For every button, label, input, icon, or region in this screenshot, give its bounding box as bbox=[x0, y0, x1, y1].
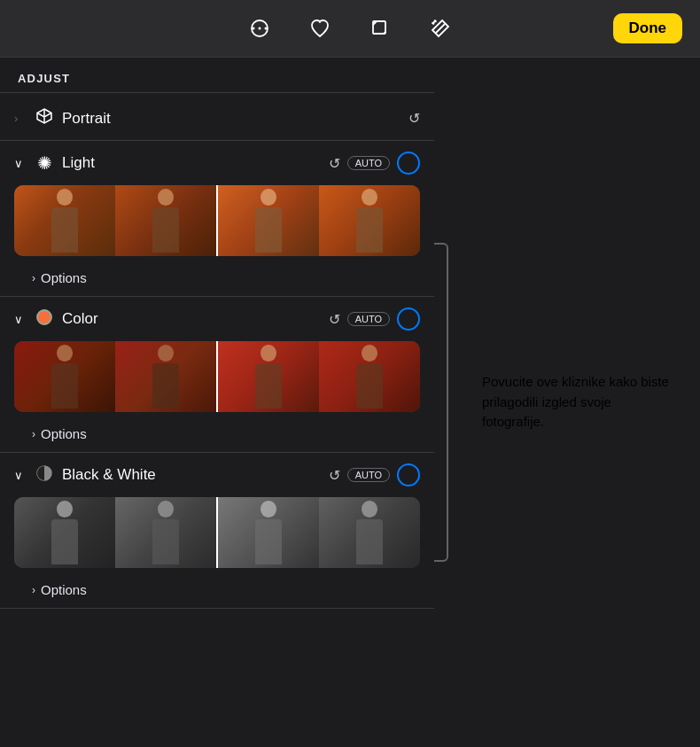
bw-image-strip[interactable] bbox=[14, 497, 420, 568]
bw-chevron[interactable]: ∨ bbox=[14, 469, 27, 482]
bracket-decoration bbox=[434, 243, 448, 562]
bw-undo-icon[interactable]: ↺ bbox=[329, 467, 340, 484]
crop-icon[interactable] bbox=[364, 12, 396, 44]
color-options-chevron: › bbox=[32, 428, 35, 440]
adjust-panel: ADJUST › Portrait ↺ ∨ bbox=[0, 58, 434, 747]
bw-options-chevron: › bbox=[32, 584, 35, 596]
bw-controls: ↺ AUTO bbox=[329, 463, 420, 486]
bw-options-label: Options bbox=[41, 582, 87, 597]
light-icon: ✺ bbox=[34, 152, 55, 174]
bw-strip-1[interactable] bbox=[14, 497, 115, 568]
light-image-strip[interactable] bbox=[14, 185, 420, 256]
portrait-controls: ↺ bbox=[408, 110, 420, 127]
color-undo-icon[interactable]: ↺ bbox=[329, 311, 340, 328]
light-strip-4[interactable] bbox=[319, 185, 420, 256]
bw-strip-3[interactable] bbox=[218, 497, 319, 568]
color-icon bbox=[34, 308, 55, 331]
color-title: Color bbox=[62, 310, 322, 328]
color-strip-divider bbox=[216, 341, 218, 412]
light-strip-3[interactable] bbox=[218, 185, 319, 256]
bw-section: ∨ Black & White ↺ AUTO bbox=[0, 453, 434, 609]
light-toggle[interactable] bbox=[397, 152, 420, 175]
magic-wand-icon[interactable] bbox=[424, 12, 456, 44]
bw-row[interactable]: ∨ Black & White ↺ AUTO bbox=[0, 453, 434, 497]
bw-strip-2[interactable] bbox=[115, 497, 216, 568]
color-controls: ↺ AUTO bbox=[329, 307, 420, 331]
color-options-label: Options bbox=[41, 426, 87, 441]
favorite-icon[interactable] bbox=[304, 12, 336, 44]
portrait-title: Portrait bbox=[62, 110, 401, 128]
bw-options[interactable]: › Options bbox=[0, 575, 434, 608]
color-auto-badge[interactable]: AUTO bbox=[347, 312, 390, 326]
color-strip-3[interactable] bbox=[218, 341, 319, 412]
portrait-row[interactable]: › Portrait ↺ bbox=[0, 97, 434, 140]
light-strip-2[interactable] bbox=[115, 185, 216, 256]
color-strip-2[interactable] bbox=[115, 341, 216, 412]
color-section: ∨ Color bbox=[0, 297, 434, 453]
color-strip-1[interactable] bbox=[14, 341, 115, 412]
bw-title: Black & White bbox=[62, 466, 322, 484]
light-auto-badge[interactable]: AUTO bbox=[347, 156, 390, 170]
done-button[interactable]: Done bbox=[613, 13, 683, 43]
color-image-strip[interactable] bbox=[14, 341, 420, 412]
tooltip-text: Povucite ove kliznike kako biste prilago… bbox=[482, 372, 673, 432]
color-chevron[interactable]: ∨ bbox=[14, 313, 27, 326]
bw-icon bbox=[34, 464, 55, 486]
bw-strip-4[interactable] bbox=[319, 497, 420, 568]
bw-auto-badge[interactable]: AUTO bbox=[347, 468, 390, 482]
light-section: ∨ ✺ Light ↺ AUTO bbox=[0, 141, 434, 297]
portrait-undo-icon[interactable]: ↺ bbox=[408, 110, 420, 127]
light-controls: ↺ AUTO bbox=[329, 152, 420, 175]
portrait-section: › Portrait ↺ bbox=[0, 97, 434, 141]
light-options-chevron: › bbox=[32, 272, 35, 284]
light-strip-divider bbox=[216, 185, 218, 256]
light-options-label: Options bbox=[41, 270, 87, 285]
color-toggle[interactable] bbox=[397, 307, 420, 331]
portrait-chevron[interactable]: › bbox=[14, 112, 27, 125]
light-options[interactable]: › Options bbox=[0, 263, 434, 296]
portrait-icon bbox=[34, 107, 55, 129]
color-strip-4[interactable] bbox=[319, 341, 420, 412]
color-row[interactable]: ∨ Color bbox=[0, 297, 434, 341]
color-options[interactable]: › Options bbox=[0, 419, 434, 452]
light-strip-1[interactable] bbox=[14, 185, 115, 256]
bw-toggle[interactable] bbox=[397, 463, 420, 486]
light-title: Light bbox=[62, 154, 322, 172]
panel-title: ADJUST bbox=[0, 58, 434, 93]
bw-strip-divider bbox=[216, 497, 218, 568]
light-undo-icon[interactable]: ↺ bbox=[329, 155, 340, 172]
light-row[interactable]: ∨ ✺ Light ↺ AUTO bbox=[0, 141, 434, 185]
more-icon[interactable] bbox=[244, 12, 276, 44]
main-content: ADJUST › Portrait ↺ ∨ bbox=[0, 58, 700, 747]
toolbar: Done bbox=[0, 0, 700, 58]
light-chevron[interactable]: ∨ bbox=[14, 157, 27, 170]
svg-point-1 bbox=[259, 27, 261, 30]
tooltip-area: Povucite ove kliznike kako biste prilago… bbox=[434, 58, 700, 747]
